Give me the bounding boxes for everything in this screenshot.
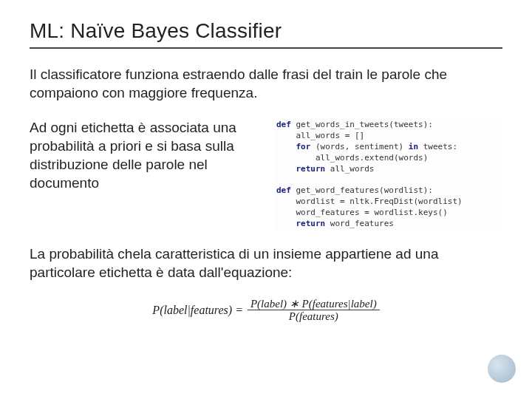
equation-fraction: P(label) ∗ P(features|label) P(features) xyxy=(248,298,380,323)
equation-block: P(label|features) = P(label) ∗ P(feature… xyxy=(30,298,502,323)
intro-paragraph: Il classificatore funziona estraendo dal… xyxy=(30,65,488,102)
prior-paragraph: Ad ogni etichetta è associata una probab… xyxy=(30,118,266,192)
keyword-in: in xyxy=(409,142,418,151)
code-snippet: def get_words_in_tweets(tweets): all_wor… xyxy=(275,118,502,229)
code-text: word_features = wordlist.keys() xyxy=(276,208,448,217)
decorative-bubble-icon xyxy=(488,355,516,383)
equation-denominator: P(features) xyxy=(286,310,341,323)
keyword-return: return xyxy=(276,219,325,228)
code-text: word_features xyxy=(325,219,394,228)
slide-title: ML: Naïve Bayes Classifier xyxy=(30,19,502,43)
keyword-def: def xyxy=(276,120,291,129)
equation-numerator: P(label) ∗ P(features|label) xyxy=(248,298,380,310)
code-text: wordlist = nltk.FreqDist(wordlist) xyxy=(276,197,463,206)
code-text: tweets: xyxy=(418,142,457,151)
content-row: Ad ogni etichetta è associata una probab… xyxy=(30,118,502,229)
code-text: all_words.extend(words) xyxy=(276,153,428,163)
keyword-for: for xyxy=(276,142,310,151)
title-underline xyxy=(30,47,502,49)
equation-intro-paragraph: La probabilità chela caratteristica di u… xyxy=(30,245,488,282)
code-text: all_words = [] xyxy=(276,131,364,140)
slide: ML: Naïve Bayes Classifier Il classifica… xyxy=(0,0,532,399)
code-text: (words, sentiment) xyxy=(310,142,408,151)
equation-lhs: P(label|features) = xyxy=(152,304,243,317)
code-text: all_words xyxy=(325,164,374,174)
keyword-return: return xyxy=(276,164,325,174)
code-text: get_words_in_tweets(tweets): xyxy=(291,120,433,129)
keyword-def: def xyxy=(276,185,291,195)
code-text: get_word_features(wordlist): xyxy=(291,185,433,195)
